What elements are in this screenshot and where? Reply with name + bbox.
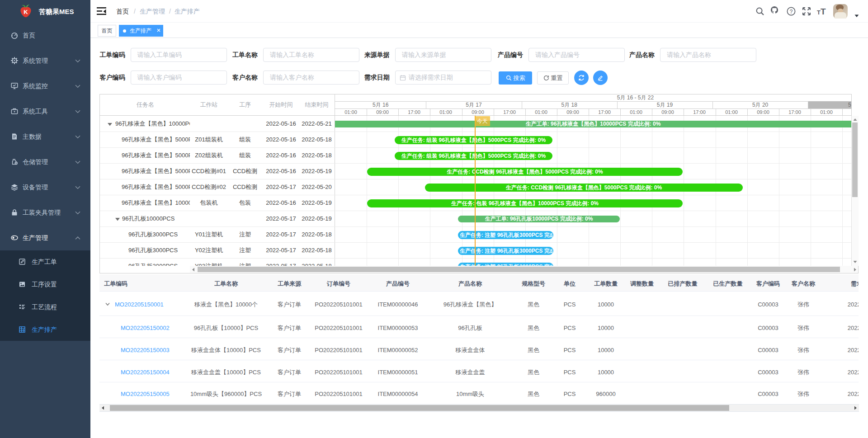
- svg-text:T: T: [821, 7, 826, 16]
- svg-text:K: K: [24, 9, 28, 15]
- svg-text:?: ?: [790, 9, 793, 15]
- svg-text:T: T: [817, 9, 821, 16]
